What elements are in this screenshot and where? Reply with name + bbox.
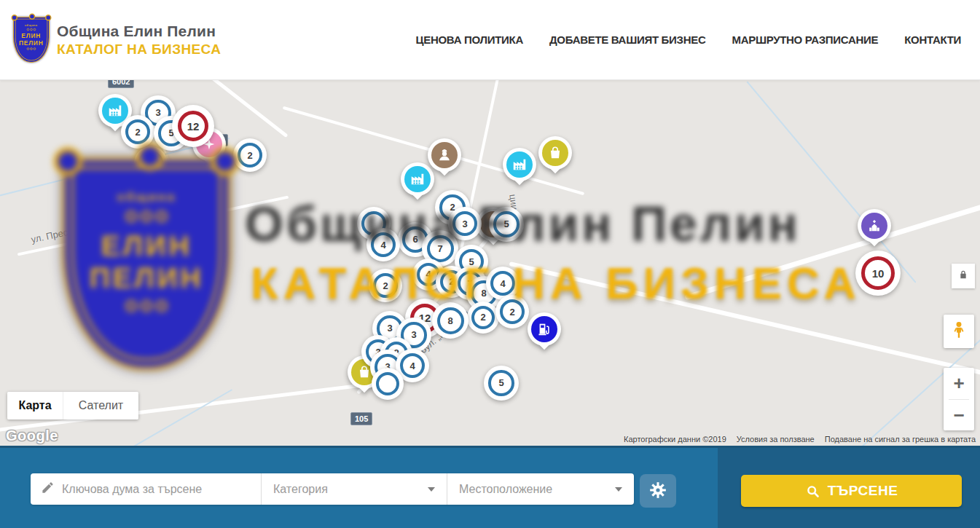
crest-ornament [125, 210, 168, 222]
category-pin-factory[interactable] [503, 148, 536, 181]
pencil-icon [41, 481, 55, 497]
nav-item-pricing[interactable]: ЦЕНОВА ПОЛИТИКА [416, 34, 523, 46]
lock-icon [957, 269, 969, 283]
category-select[interactable]: Категория [261, 473, 447, 505]
brand-home-link[interactable]: община ЕЛИН ПЕЛИН Община Елин Пелин КАТА… [0, 17, 221, 63]
chevron-down-icon [615, 487, 622, 492]
keyword-field [31, 473, 261, 505]
cluster-marker[interactable] [134, 146, 168, 180]
report-error-link[interactable]: Подаване на сигнал за грешка в картата [825, 435, 976, 444]
crest-ornament [125, 300, 168, 312]
category-pin-church[interactable] [858, 209, 891, 243]
map-type-satellite-button[interactable]: Сателит [63, 392, 138, 419]
crest-text-line2: ПЕЛИН [90, 261, 204, 293]
crest-text-small: община [117, 189, 176, 204]
location-select[interactable]: Местоположение [447, 473, 634, 505]
cluster-marker[interactable]: 5 [484, 366, 519, 401]
page: община ЕЛИН ПЕЛИН Община Елин Пелин КАТА… [0, 0, 980, 528]
advanced-settings-button[interactable] [640, 474, 676, 508]
crest-ornament [12, 15, 18, 21]
cluster-marker[interactable]: 8 [432, 302, 469, 339]
location-select-value: Местоположение [459, 483, 552, 496]
lock-control[interactable] [952, 264, 975, 288]
cluster-marker[interactable]: 5 [489, 207, 524, 242]
crest-text-line2: ПЕЛИН [19, 39, 44, 47]
crest-ornament [53, 147, 82, 176]
road-number-badge: 6002 [108, 80, 134, 88]
map-attribution: Картографски данни ©2019 Условия за полз… [624, 435, 976, 444]
search-button-label: ТЪРСЕНЕ [828, 483, 898, 499]
zoom-out-button[interactable]: − [944, 400, 974, 431]
cluster-marker[interactable]: 4 [366, 228, 400, 261]
crest-text-line1: ЕЛИН [22, 32, 42, 39]
gear-icon [648, 481, 667, 502]
watermark-crest-logo: община ЕЛИН ПЕЛИН [62, 157, 231, 370]
category-pin-worker[interactable] [428, 138, 461, 172]
map-type-control: Карта Сателит [7, 392, 138, 419]
street-view-pegman[interactable] [944, 315, 974, 348]
zoom-in-button[interactable]: + [944, 368, 974, 399]
category-pin-bag[interactable] [538, 136, 572, 170]
map-type-map-button[interactable]: Карта [7, 392, 63, 419]
crest-ornament [27, 47, 36, 50]
main-nav: ЦЕНОВА ПОЛИТИКА ДОБАВЕТЕ ВАШИЯТ БИЗНЕС М… [416, 34, 980, 46]
category-select-value: Категория [273, 483, 328, 496]
zoom-control: + − [944, 368, 974, 430]
map-canvas[interactable]: ул. Преславбул. „Новоселции6002105 32512… [0, 80, 980, 446]
crest-text-small: община [25, 24, 37, 27]
cluster-marker[interactable]: 2 [495, 295, 529, 328]
category-pin-fuel[interactable] [528, 312, 561, 346]
crest-ornament [27, 28, 36, 31]
nav-item-route-schedule[interactable]: МАРШРУТНО РАЗПИСАНИЕ [732, 34, 878, 46]
crest-ornament [29, 14, 36, 20]
attribution-copyright: Картографски данни ©2019 [624, 435, 726, 444]
map-road-line [684, 193, 980, 300]
crest-shield: община ЕЛИН ПЕЛИН [62, 157, 231, 370]
cluster-marker[interactable]: 2 [121, 115, 154, 149]
cluster-marker[interactable]: 2 [467, 302, 499, 334]
watermark-subtitle: КАТАЛОГ НА БИЗНЕСА [251, 257, 861, 309]
brand-text: Община Елин Пелин КАТАЛОГ НА БИЗНЕСА [57, 23, 221, 58]
map-road-line [17, 196, 289, 256]
google-logo[interactable]: Google [6, 427, 58, 444]
cluster-marker[interactable]: 2 [233, 138, 267, 172]
header: община ЕЛИН ПЕЛИН Община Елин Пелин КАТА… [0, 0, 980, 80]
cluster-marker[interactable]: 2 [369, 269, 402, 302]
road-number-badge: 105 [350, 412, 372, 425]
cluster-marker[interactable]: 10 [855, 251, 901, 296]
site-title: Община Елин Пелин [57, 23, 221, 40]
municipality-crest-logo: община ЕЛИН ПЕЛИН [13, 17, 50, 63]
search-bar: Категория Местоположение [0, 446, 980, 528]
pegman-icon [949, 319, 968, 344]
crest-ornament [45, 15, 52, 21]
nav-item-add-business[interactable]: ДОБАВЕТЕ ВАШИЯТ БИЗНЕС [549, 34, 705, 46]
search-group: Категория Местоположение [31, 473, 634, 505]
crest-shield: община ЕЛИН ПЕЛИН [13, 17, 50, 63]
cluster-marker[interactable] [372, 368, 404, 400]
keyword-search-input[interactable] [62, 483, 261, 496]
site-subtitle: КАТАЛОГ НА БИЗНЕСА [57, 42, 221, 58]
nav-item-contacts[interactable]: КОНТАКТИ [904, 34, 961, 46]
chevron-down-icon [428, 487, 435, 492]
search-button[interactable]: ТЪРСЕНЕ [741, 475, 962, 507]
search-icon [805, 484, 820, 499]
cluster-marker[interactable]: 12 [172, 105, 214, 147]
terms-link[interactable]: Условия за ползване [737, 435, 815, 444]
